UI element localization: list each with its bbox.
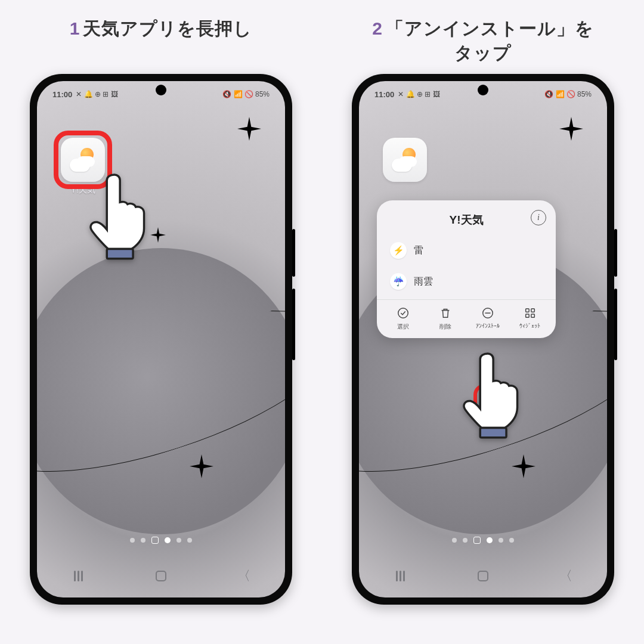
front-camera-icon	[156, 85, 166, 95]
page-home-icon[interactable]	[473, 537, 481, 544]
page-dot[interactable]	[452, 538, 457, 543]
step-headers: 1天気アプリを長押し 2「アンインストール」を タップ	[0, 0, 644, 66]
shortcut-label: 雷	[414, 244, 423, 257]
nav-recents-button[interactable]	[60, 565, 96, 587]
page-dot[interactable]	[499, 538, 503, 543]
action-widget[interactable]: ｳｨｼﾞｪｯﾄ	[509, 306, 551, 331]
svg-rect-3	[525, 309, 529, 312]
nav-back-button[interactable]: 〈	[226, 565, 262, 587]
weather-glyph-icon	[392, 147, 418, 173]
bolt-icon: ⚡	[390, 242, 407, 259]
nav-home-button[interactable]	[143, 565, 179, 587]
popup-title: Y!天気	[450, 212, 484, 228]
action-label: 削除	[439, 323, 451, 331]
front-camera-icon	[478, 85, 488, 95]
status-right-icons: 🔇 📶 🚫	[544, 90, 575, 98]
step-2-title: 「アンインストール」を	[386, 18, 594, 38]
svg-rect-6	[531, 314, 534, 318]
step-2-number: 2	[372, 18, 382, 38]
shortcut-label: 雨雲	[414, 275, 433, 288]
home-screen-2[interactable]: 11:00 ✕ 🔔 ⊕ ⊞ 🖼 🔇 📶 🚫 85%	[359, 81, 607, 597]
page-home-icon[interactable]	[151, 537, 159, 544]
status-time: 11:00	[374, 90, 394, 99]
svg-point-1	[398, 308, 408, 318]
cloud-icon	[392, 159, 412, 172]
weather-app-icon[interactable]	[383, 138, 427, 182]
minus-circle-icon	[481, 306, 495, 320]
grid-icon	[523, 306, 537, 320]
step-1-header: 1天気アプリを長押し	[0, 17, 322, 66]
sparkle-icon	[512, 454, 535, 478]
status-time: 11:00	[52, 90, 72, 99]
page-dot-active[interactable]	[165, 537, 171, 543]
phone-frame-2: 11:00 ✕ 🔔 ⊕ ⊞ 🖼 🔇 📶 🚫 85%	[352, 74, 614, 605]
page-dot[interactable]	[509, 538, 514, 543]
svg-rect-4	[531, 309, 534, 312]
sparkle-icon	[190, 454, 213, 478]
page-dot[interactable]	[187, 538, 192, 543]
svg-rect-7	[480, 428, 506, 438]
popup-header: Y!天気 i	[377, 211, 556, 235]
sparkle-icon	[237, 117, 261, 141]
action-label: ｱﾝｲﾝｽﾄｰﾙ	[476, 323, 500, 329]
pointing-hand-icon	[83, 171, 155, 262]
trash-icon	[438, 306, 453, 320]
action-select[interactable]: 選択	[382, 306, 424, 331]
action-uninstall[interactable]: ｱﾝｲﾝｽﾄｰﾙ	[467, 306, 509, 331]
page-indicator[interactable]	[359, 537, 607, 544]
tutorial-canvas: 1天気アプリを長押し 2「アンインストール」を タップ 11:00 ✕ 🔔 ⊕ …	[0, 0, 644, 644]
phone-frame-1: 11:00 ✕ 🔔 ⊕ ⊞ 🖼 🔇 📶 🚫 85%	[30, 74, 292, 605]
action-remove[interactable]: 削除	[425, 306, 466, 331]
context-menu-popup: Y!天気 i ⚡ 雷 ☔ 雨雲 選択	[377, 200, 556, 338]
svg-rect-0	[107, 249, 133, 259]
page-dot[interactable]	[463, 538, 467, 543]
status-left-icons: ✕ 🔔 ⊕ ⊞ 🖼	[398, 90, 439, 98]
status-left-icons: ✕ 🔔 ⊕ ⊞ 🖼	[76, 90, 117, 98]
battery-text: 85%	[577, 90, 592, 98]
info-button[interactable]: i	[531, 210, 546, 225]
phone-row: 11:00 ✕ 🔔 ⊕ ⊞ 🖼 🔇 📶 🚫 85%	[0, 74, 644, 605]
shortcut-item-raincloud[interactable]: ☔ 雨雲	[377, 266, 556, 297]
nav-recents-button[interactable]	[382, 565, 418, 587]
step-2-title-line2: タップ	[322, 41, 644, 66]
popup-actions-row: 選択 削除 ｱﾝｲﾝｽﾄｰﾙ ｳｨｼﾞｪｯﾄ	[377, 299, 556, 331]
step-1-number: 1	[70, 18, 80, 38]
step-2-header: 2「アンインストール」を タップ	[322, 17, 644, 66]
nav-home-button[interactable]	[465, 565, 501, 587]
action-label: 選択	[397, 323, 409, 331]
navigation-bar: 〈	[359, 555, 607, 597]
page-dot[interactable]	[141, 538, 145, 543]
page-indicator[interactable]	[37, 537, 285, 544]
nav-back-button[interactable]: 〈	[548, 565, 584, 587]
battery-text: 85%	[255, 90, 270, 98]
svg-rect-5	[525, 314, 529, 318]
check-circle-icon	[396, 306, 410, 320]
sparkle-icon	[559, 117, 583, 141]
action-label: ｳｨｼﾞｪｯﾄ	[519, 323, 540, 329]
rain-icon: ☔	[390, 273, 407, 290]
status-right-icons: 🔇 📶 🚫	[222, 90, 253, 98]
home-screen-1[interactable]: 11:00 ✕ 🔔 ⊕ ⊞ 🖼 🔇 📶 🚫 85%	[37, 81, 285, 597]
shortcut-item-thunder[interactable]: ⚡ 雷	[377, 235, 556, 266]
page-dot[interactable]	[130, 538, 135, 543]
step-1-title: 天気アプリを長押し	[83, 18, 252, 38]
page-dot-active[interactable]	[487, 537, 493, 543]
navigation-bar: 〈	[37, 555, 285, 597]
page-dot[interactable]	[177, 538, 181, 543]
pointing-hand-icon	[457, 349, 528, 441]
